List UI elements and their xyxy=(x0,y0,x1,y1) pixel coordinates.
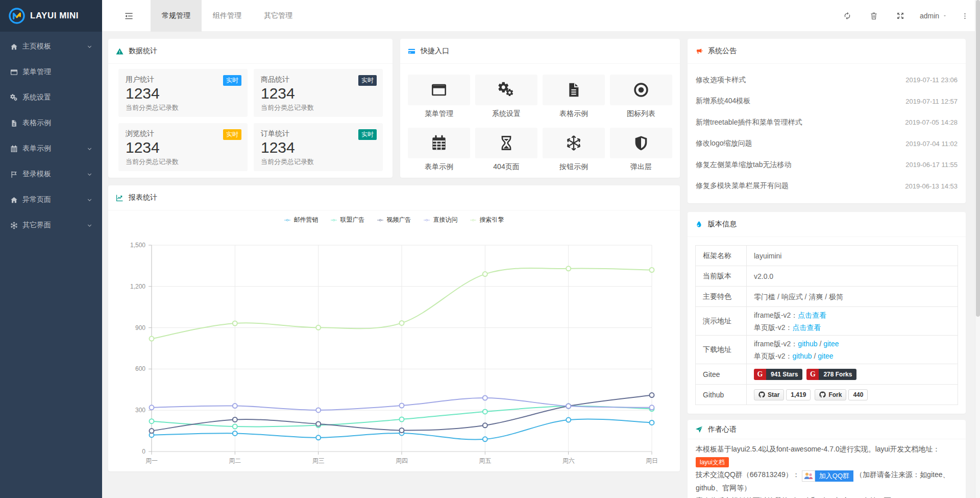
snowflake-icon xyxy=(10,222,18,229)
version-row-label: 当前版本 xyxy=(696,266,747,286)
announcement-item-1[interactable]: 修改选项卡样式2019-07-11 23:06 xyxy=(688,69,966,91)
legend-marker-icon xyxy=(284,217,290,223)
github-fork-button[interactable]: Fork xyxy=(815,389,846,400)
quick-entry-1[interactable] xyxy=(408,75,470,105)
sidebar-item-4[interactable]: 表格示例 xyxy=(0,110,102,136)
sidebar-item-6[interactable]: 登录模板 xyxy=(0,161,102,187)
announcement-item-3[interactable]: 新增treetable插件和菜单管理样式2019-07-05 14:28 xyxy=(688,112,966,133)
github-star-button[interactable]: Star xyxy=(754,389,784,400)
version-text: / xyxy=(812,352,818,360)
tab-2[interactable]: 组件管理 xyxy=(202,0,253,32)
legend-marker-icon xyxy=(331,217,337,223)
github-count[interactable]: 440 xyxy=(848,389,868,400)
announcement-date: 2019-06-13 14:53 xyxy=(905,182,958,190)
page-scrollbar[interactable] xyxy=(975,0,980,498)
chart-point xyxy=(566,418,571,422)
chevron-down-icon xyxy=(86,43,93,50)
stat-value: 1234 xyxy=(126,85,240,102)
sidebar-item-label: 其它界面 xyxy=(22,221,51,230)
version-link[interactable]: gitee xyxy=(823,340,839,348)
chart-point xyxy=(150,429,154,433)
quick-entry-6[interactable] xyxy=(475,128,537,158)
svg-text:1,200: 1,200 xyxy=(130,283,145,290)
version-link[interactable]: 点击查看 xyxy=(798,311,826,319)
svg-text:1,500: 1,500 xyxy=(130,242,145,249)
announcement-date: 2019-07-05 14:28 xyxy=(905,118,958,126)
announcement-item-4[interactable]: 修改logo缩放问题2019-07-04 11:02 xyxy=(688,133,966,155)
version-line: 单页版-v2：github / gitee xyxy=(754,350,950,362)
scrollbar-thumb[interactable] xyxy=(976,0,980,317)
chart-point xyxy=(233,424,237,429)
sidebar-item-8[interactable]: 其它界面 xyxy=(0,212,102,238)
fullscreen-button[interactable] xyxy=(887,0,914,32)
announcement-item-6[interactable]: 修复多模块菜单栏展开有问题2019-06-13 14:53 xyxy=(688,176,966,197)
gitee-badges: G941 StarsG278 Forks xyxy=(754,369,950,380)
paper-plane-icon xyxy=(695,425,703,433)
version-link[interactable]: github xyxy=(798,340,817,348)
version-row-value: v2.0.0 xyxy=(747,266,958,286)
sidebar-item-7[interactable]: 异常页面 xyxy=(0,187,102,212)
gitee-badge[interactable]: G941 Stars xyxy=(754,369,802,380)
version-row-label: 主要特色 xyxy=(696,287,747,306)
legend-item-3[interactable]: 视频广告 xyxy=(377,216,411,224)
tab-1[interactable]: 常规管理 xyxy=(151,0,202,32)
refresh-button[interactable] xyxy=(834,0,861,32)
quick-entry-5[interactable] xyxy=(408,128,470,158)
gitee-badge-text: 278 Forks xyxy=(819,369,856,380)
announcement-item-2[interactable]: 新增系统404模板2019-07-11 12:57 xyxy=(688,91,966,112)
sidebar-item-3[interactable]: 系统设置 xyxy=(0,85,102,110)
version-link[interactable]: github xyxy=(792,352,812,360)
sidebar-item-label: 系统设置 xyxy=(22,93,51,102)
tab-3[interactable]: 其它管理 xyxy=(253,0,304,32)
chart-point xyxy=(650,393,654,397)
stat-box-2[interactable]: 商品统计实时1234当前分类总记录数 xyxy=(254,69,383,117)
stat-box-3[interactable]: 浏览统计实时1234当前分类总记录数 xyxy=(118,123,248,171)
legend-item-2[interactable]: 联盟广告 xyxy=(331,216,365,224)
version-row-label: 框架名称 xyxy=(696,246,747,266)
user-dropdown[interactable]: admin xyxy=(914,0,953,32)
announcement-item-5[interactable]: 修复左侧菜单缩放tab无法移动2019-06-17 11:55 xyxy=(688,154,966,176)
version-link[interactable]: gitee xyxy=(818,352,833,360)
announcement-text: 修复多模块菜单栏展开有问题 xyxy=(696,181,789,191)
chart-point xyxy=(316,408,321,412)
quick-entry-label: 弹出层 xyxy=(610,162,672,172)
layui-doc-badge[interactable]: layui文档 xyxy=(696,457,729,467)
legend-item-5[interactable]: 搜索引擎 xyxy=(470,216,504,224)
stat-caption: 当前分类总记录数 xyxy=(261,157,376,167)
legend-item-1[interactable]: 邮件营销 xyxy=(284,216,318,224)
svg-text:周一: 周一 xyxy=(145,457,158,464)
trash-button[interactable] xyxy=(861,0,887,32)
author-text: 本模板基于layui2.5.4以及font-awesome-4.7.0进行实现。… xyxy=(688,439,966,498)
sidebar-item-5[interactable]: 表单示例 xyxy=(0,136,102,161)
svg-text:600: 600 xyxy=(135,365,145,372)
version-link[interactable]: 点击查看 xyxy=(792,323,821,331)
sidebar-item-1[interactable]: 主页模板 xyxy=(0,34,102,59)
legend-marker-icon xyxy=(470,217,476,223)
chart-point xyxy=(650,268,654,272)
quick-entry-8[interactable] xyxy=(610,128,672,158)
version-row-label: Gitee xyxy=(696,364,747,384)
version-line: 单页版-v2：点击查看 xyxy=(754,321,950,334)
warning-triangle-icon xyxy=(116,48,124,55)
quick-entry-7[interactable] xyxy=(543,128,605,158)
svg-text:周五: 周五 xyxy=(479,457,491,464)
window-icon xyxy=(431,82,447,98)
svg-text:周日: 周日 xyxy=(646,457,658,464)
version-row-label: 下载地址 xyxy=(696,336,747,364)
sidebar-toggle-icon[interactable] xyxy=(117,0,140,32)
stat-box-4[interactable]: 订单统计实时1234当前分类总记录数 xyxy=(254,123,383,171)
legend-item-4[interactable]: 直接访问 xyxy=(424,216,458,224)
gitee-badge[interactable]: G278 Forks xyxy=(806,369,856,380)
join-qq-badge[interactable]: 加入QQ群 xyxy=(802,470,853,482)
sidebar-item-2[interactable]: 菜单管理 xyxy=(0,59,102,85)
brand[interactable]: LAYUI MINI xyxy=(0,0,102,32)
github-count[interactable]: 1,419 xyxy=(786,389,811,400)
quick-entry-3[interactable] xyxy=(543,75,605,105)
quick-entry-2[interactable] xyxy=(475,75,537,105)
author-card-header: 作者心语 xyxy=(688,420,966,439)
stat-box-1[interactable]: 用户统计实时1234当前分类总记录数 xyxy=(118,69,248,117)
more-menu-button[interactable] xyxy=(953,0,976,32)
brand-title: LAYUI MINI xyxy=(30,11,79,21)
quick-entry-4[interactable] xyxy=(610,75,672,105)
quick-entry-label: 表单示例 xyxy=(408,162,470,172)
